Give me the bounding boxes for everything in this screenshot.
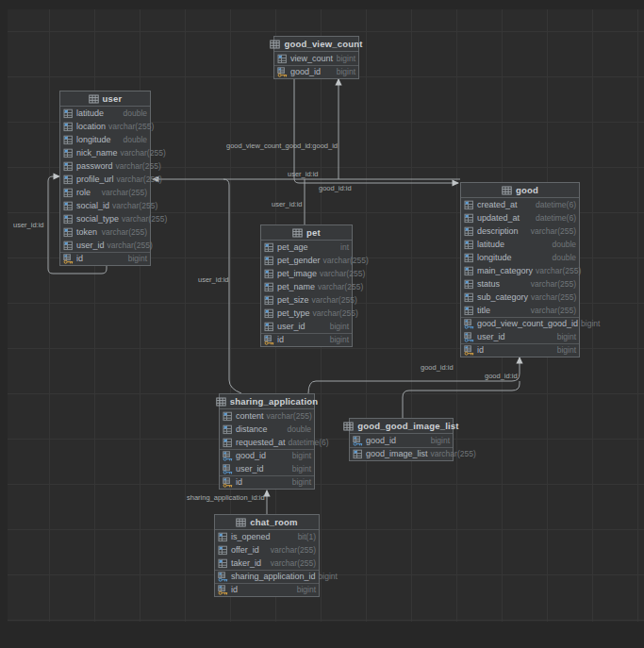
column-type: varchar(255): [531, 279, 576, 289]
column-name: user_id: [76, 241, 105, 250]
table-header[interactable]: good_view_count: [274, 37, 358, 52]
pk-column-icon: [264, 335, 274, 345]
column-row-pet_size[interactable]: pet_sizevarchar(255): [261, 293, 352, 307]
column-row-created_at[interactable]: created_atdatetime(6): [461, 198, 579, 211]
column-type: bit(1): [298, 532, 316, 541]
column-row-pet_type[interactable]: pet_typevarchar(255): [261, 307, 352, 320]
column-type: varchar(255): [267, 411, 312, 421]
column-row-is_opened[interactable]: is_openedbit(1): [215, 530, 319, 543]
column-name: distance: [236, 424, 268, 434]
column-row-role[interactable]: rolevarchar(255): [60, 186, 150, 199]
edge-label: good_view_count_good_id:good_id: [226, 141, 338, 150]
column-row-id[interactable]: idbigint: [215, 583, 319, 596]
column-row-status[interactable]: statusvarchar(255): [461, 277, 579, 291]
column-row-user_id[interactable]: user_idbigint: [220, 462, 314, 475]
column-row-pet_name[interactable]: pet_namevarchar(255): [261, 280, 352, 293]
column-row-updated_at[interactable]: updated_atdatetime(6): [461, 211, 579, 224]
table-header[interactable]: good: [461, 183, 579, 198]
column-type: double: [552, 240, 576, 249]
column-name: description: [477, 226, 519, 236]
table-icon: [89, 94, 99, 104]
column-icon: [264, 256, 274, 266]
column-name: pet_type: [277, 308, 310, 318]
column-row-social_type[interactable]: social_typevarchar(255): [60, 212, 150, 225]
column-type: datetime(6): [536, 213, 576, 223]
column-row-pet_image[interactable]: pet_imagevarchar(255): [261, 267, 352, 280]
table-sharing_application[interactable]: sharing_applicationcontentvarchar(255)di…: [219, 393, 315, 490]
column-row-token[interactable]: tokenvarchar(255): [60, 225, 150, 239]
column-row-good_id[interactable]: good_idbigint: [220, 449, 314, 462]
column-name: title: [477, 306, 490, 315]
table-name: sharing_application: [230, 396, 319, 407]
column-row-user_id[interactable]: user_idbigint: [461, 330, 579, 343]
column-name: id: [231, 585, 238, 594]
table-header[interactable]: pet: [261, 225, 352, 241]
table-pet[interactable]: petpet_ageintpet_gendervarchar(255)pet_i…: [260, 224, 353, 347]
column-row-id[interactable]: idbigint: [60, 252, 150, 265]
column-type: bigint: [292, 464, 311, 474]
column-row-good_id[interactable]: good_idbigint: [274, 65, 358, 78]
column-icon: [464, 279, 474, 290]
column-row-pet_gender[interactable]: pet_gendervarchar(255): [261, 254, 352, 267]
column-row-user_id[interactable]: user_idvarchar(255): [60, 239, 150, 252]
column-row-sharing_application_id[interactable]: sharing_application_idbigint: [215, 570, 319, 583]
column-row-description[interactable]: descriptionvarchar(255): [461, 224, 579, 238]
column-row-profile_url[interactable]: profile_urlvarchar(255): [60, 173, 150, 186]
column-row-taker_id[interactable]: taker_idvarchar(255): [215, 557, 319, 570]
column-row-content[interactable]: contentvarchar(255): [220, 409, 314, 423]
column-row-longitude[interactable]: longitudedouble: [461, 251, 579, 264]
canvas-margin-bottom: [0, 622, 644, 648]
column-name: pet_name: [277, 282, 315, 291]
column-row-good_id[interactable]: good_idbigint: [350, 434, 453, 447]
column-row-main_category[interactable]: main_categoryvarchar(255): [461, 264, 579, 277]
column-row-title[interactable]: titlevarchar(255): [461, 304, 579, 317]
table-header[interactable]: chat_room: [215, 515, 319, 530]
column-name: status: [477, 279, 500, 289]
column-name: requested_at: [236, 438, 286, 447]
table-header[interactable]: sharing_application: [220, 394, 314, 409]
column-row-id[interactable]: idbigint: [461, 343, 579, 357]
column-row-good_view_count_good_id[interactable]: good_view_count_good_idbigint: [461, 317, 579, 330]
table-good_view_count[interactable]: good_view_countview_countbigintgood_idbi…: [273, 36, 359, 79]
column-row-distance[interactable]: distancedouble: [220, 423, 314, 436]
column-row-pet_age[interactable]: pet_ageint: [261, 241, 352, 254]
column-type: varchar(255): [112, 201, 157, 210]
column-row-nick_name[interactable]: nick_namevarchar(255): [60, 146, 150, 159]
column-row-user_id[interactable]: user_idbigint: [261, 320, 352, 333]
column-name: pet_age: [277, 242, 308, 252]
fk-column-icon: [353, 436, 363, 446]
column-row-longitude[interactable]: longitudedouble: [60, 133, 150, 146]
column-row-good_image_list[interactable]: good_image_listvarchar(255): [350, 447, 453, 460]
column-row-sub_category[interactable]: sub_categoryvarchar(255): [461, 291, 579, 304]
column-row-social_id[interactable]: social_idvarchar(255): [60, 199, 150, 212]
table-user[interactable]: userlatitudedoublelocationvarchar(255)lo…: [59, 91, 151, 266]
column-row-offer_id[interactable]: offer_idvarchar(255): [215, 543, 319, 557]
column-row-location[interactable]: locationvarchar(255): [60, 120, 150, 133]
column-row-latitude[interactable]: latitudedouble: [461, 238, 579, 251]
column-icon: [264, 269, 274, 279]
column-row-id[interactable]: idbigint: [220, 475, 314, 489]
column-name: updated_at: [477, 213, 520, 223]
column-icon: [264, 308, 274, 319]
column-name: created_at: [477, 200, 518, 209]
table-good[interactable]: goodcreated_atdatetime(6)updated_atdatet…: [460, 182, 580, 357]
column-type: bigint: [337, 54, 355, 63]
column-icon: [264, 322, 274, 332]
column-row-password[interactable]: passwordvarchar(255): [60, 159, 150, 173]
column-row-latitude[interactable]: latitudedouble: [60, 107, 150, 120]
table-good_good_image_list[interactable]: good_good_image_listgood_idbigintgood_im…: [349, 418, 454, 461]
diagram-canvas[interactable]: userlatitudedoublelocationvarchar(255)lo…: [0, 0, 644, 648]
column-type: varchar(255): [271, 545, 316, 555]
table-header[interactable]: user: [60, 91, 150, 107]
column-row-requested_at[interactable]: requested_atdatetime(6): [220, 436, 314, 449]
column-name: id: [76, 254, 83, 263]
column-row-view_count[interactable]: view_countbigint: [274, 52, 358, 65]
column-row-id[interactable]: idbigint: [261, 333, 352, 346]
column-icon: [223, 424, 233, 435]
table-header[interactable]: good_good_image_list: [350, 419, 453, 434]
table-chat_room[interactable]: chat_roomis_openedbit(1)offer_idvarchar(…: [214, 514, 320, 597]
edge-label: user_id:id: [13, 221, 44, 229]
column-name: id: [277, 335, 284, 344]
column-type: varchar(255): [117, 174, 162, 184]
column-icon: [63, 161, 74, 172]
